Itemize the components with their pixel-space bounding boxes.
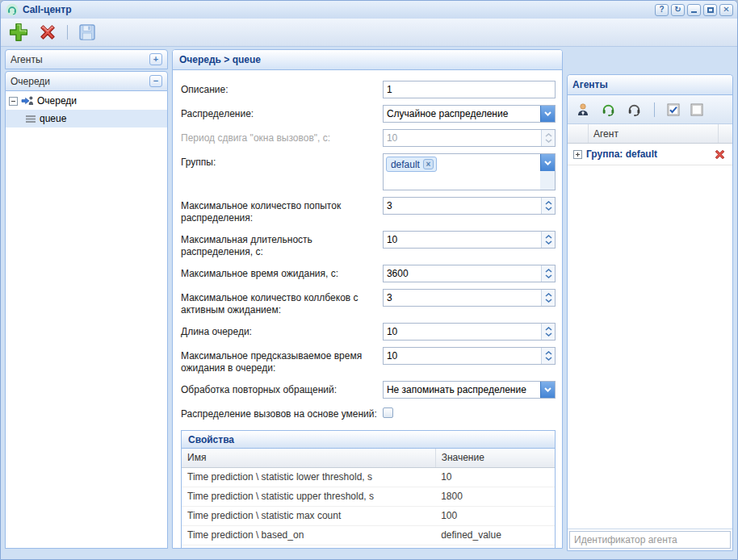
distribution-label: Распределение: <box>181 105 383 120</box>
deselect-all-button[interactable] <box>690 103 703 116</box>
prop-value: defined_value <box>435 525 555 545</box>
prop-value: 60 <box>435 545 555 548</box>
skills-routing-label: Распределение вызовов на основе умений: <box>181 405 383 420</box>
actions-column-header <box>718 124 732 143</box>
prop-name: Time prediction \ defined value <box>182 545 435 548</box>
tree-node-queues[interactable]: Очереди <box>6 92 167 110</box>
tree-node-label: Очереди <box>37 95 77 107</box>
combo-value: Не запоминать распределение <box>384 384 540 395</box>
queue-form-panel: Очередь > queue Описание: Распределение:… <box>172 49 563 549</box>
max-callbacks-input[interactable] <box>383 289 556 307</box>
column-header-name[interactable]: Имя <box>182 449 435 467</box>
remove-tag-icon[interactable]: × <box>423 159 434 169</box>
delete-button[interactable] <box>36 21 59 44</box>
titlebar[interactable]: Call-центр ? ↻ ✕ <box>1 1 737 19</box>
agent-offline-button[interactable] <box>627 102 642 117</box>
checkbox-unchecked-icon <box>690 103 703 116</box>
group-expand-icon[interactable] <box>573 150 582 159</box>
groups-label: Группы: <box>181 153 383 169</box>
refresh-button[interactable]: ↻ <box>671 4 685 16</box>
agent-icon <box>576 102 590 117</box>
close-button[interactable]: ✕ <box>719 4 733 16</box>
groups-field[interactable]: default × <box>383 153 556 190</box>
minimize-button[interactable] <box>687 4 701 16</box>
prop-value: 10 <box>435 467 555 487</box>
max-wait-input[interactable] <box>383 265 556 282</box>
help-button[interactable]: ? <box>655 4 669 16</box>
agents-panel-title: Агенты <box>10 54 149 65</box>
agents-grid-header: Агент <box>568 124 732 144</box>
agents-toolbar <box>568 95 732 124</box>
queue-form-body: Описание: Распределение: Случайное распр… <box>173 70 562 548</box>
repeat-calls-label: Обработка повторных обращений: <box>181 381 383 396</box>
agents-panel-title: Агенты <box>572 79 728 90</box>
collapse-tool-icon[interactable]: − <box>149 75 162 87</box>
group-row-label: Группа: default <box>586 148 657 160</box>
agents-footer <box>568 529 732 550</box>
remove-group-button[interactable] <box>713 148 727 161</box>
table-row[interactable]: Time prediction \ defined value 60 <box>182 545 555 548</box>
description-input[interactable] <box>383 81 556 98</box>
spinner-buttons[interactable] <box>541 324 555 340</box>
spinner-buttons[interactable] <box>541 265 555 282</box>
spinner-buttons[interactable] <box>541 290 555 306</box>
checkbox-checked-icon <box>667 103 680 116</box>
sidebar-panel-queues[interactable]: Очереди − <box>5 71 168 91</box>
agent-button[interactable] <box>576 102 590 117</box>
queue-form-header: Очередь > queue <box>173 50 562 70</box>
sidebar-panel-agents[interactable]: Агенты + <box>5 49 168 69</box>
queue-length-input[interactable] <box>383 323 556 341</box>
prop-name: Time prediction \ statistic max count <box>182 506 435 525</box>
combo-value: Случайное распределение <box>384 108 540 119</box>
tree-collapse-icon[interactable] <box>9 97 18 106</box>
delete-icon <box>37 22 58 43</box>
distribution-combo[interactable]: Случайное распределение <box>383 105 556 123</box>
table-row[interactable]: Time prediction \ statistic upper thresh… <box>182 487 555 506</box>
select-all-button[interactable] <box>667 103 680 116</box>
chevron-down-icon[interactable] <box>540 382 555 398</box>
save-button[interactable] <box>76 21 99 44</box>
max-attempts-label: Максимальное количество попыток распреде… <box>181 197 383 224</box>
toolbar-separator <box>654 102 655 117</box>
tree-node-queue[interactable]: queue <box>6 110 167 127</box>
spinner-buttons <box>541 130 555 146</box>
table-row[interactable]: Time prediction \ statistic lower thresh… <box>182 467 555 487</box>
window-shift-label: Период сдвига "окна вызовов", с: <box>181 129 383 144</box>
checkbox-column-header[interactable] <box>568 124 589 143</box>
add-icon <box>8 22 29 43</box>
spinner-buttons[interactable] <box>541 348 555 364</box>
delete-icon <box>713 148 727 161</box>
call-center-window: Call-центр ? ↻ ✕ <box>0 0 738 560</box>
properties-header: Свойства <box>182 431 555 449</box>
description-label: Описание: <box>181 81 383 96</box>
table-row[interactable]: Time prediction \ statistic max count 10… <box>182 506 555 525</box>
group-tag[interactable]: default × <box>386 157 437 172</box>
properties-panel: Свойства Имя Значение Time prediction \ … <box>181 430 556 548</box>
column-header-value[interactable]: Значение <box>435 449 555 467</box>
table-row[interactable]: Time prediction \ based_on defined_value <box>182 525 555 545</box>
agent-group-row[interactable]: Группа: default <box>568 144 732 165</box>
prop-name: Time prediction \ statistic upper thresh… <box>182 487 435 506</box>
agent-online-button[interactable] <box>601 102 616 117</box>
chevron-down-icon[interactable] <box>540 154 555 171</box>
repeat-calls-combo[interactable]: Не запоминать распределение <box>383 381 556 399</box>
expand-tool-icon[interactable]: + <box>149 53 162 65</box>
max-duration-input[interactable] <box>383 231 556 249</box>
agents-panel-header: Агенты <box>568 75 732 95</box>
tree-node-label: queue <box>40 113 66 124</box>
window-shift-input <box>383 129 556 147</box>
spinner-buttons[interactable] <box>541 232 555 248</box>
max-attempts-input[interactable] <box>383 197 556 215</box>
add-button[interactable] <box>7 21 30 44</box>
agent-id-input[interactable] <box>569 531 731 549</box>
max-predicted-wait-label: Максимальное предсказываемое время ожида… <box>181 347 383 374</box>
maximize-button[interactable] <box>703 4 717 16</box>
skills-routing-checkbox[interactable] <box>383 407 393 418</box>
prop-name: Time prediction \ statistic lower thresh… <box>182 467 435 487</box>
spinner-buttons[interactable] <box>541 198 555 214</box>
agent-column-header[interactable]: Агент <box>589 124 718 143</box>
queue-item-icon <box>25 112 36 125</box>
max-predicted-wait-input[interactable] <box>383 347 556 365</box>
chevron-down-icon[interactable] <box>540 106 555 122</box>
window-title: Call-центр <box>23 4 651 15</box>
